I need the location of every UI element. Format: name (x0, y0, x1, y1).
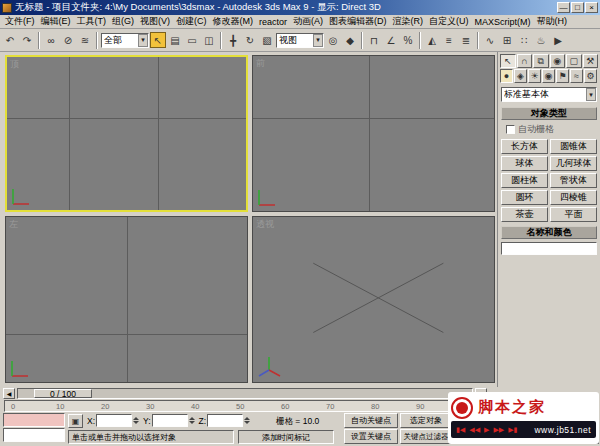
object-type-rollout-header[interactable]: 对象类型 (501, 107, 597, 120)
angle-snap-icon[interactable]: ∠ (383, 32, 399, 48)
viewport-top[interactable]: 顶 (5, 55, 248, 212)
mirror-icon[interactable]: ◭ (424, 32, 440, 48)
menu-item-1[interactable]: 编辑(E) (38, 15, 74, 28)
maximize-button[interactable]: □ (571, 2, 584, 13)
x-coordinate-field[interactable] (96, 414, 132, 427)
viewport-front-label[interactable]: 前 (256, 57, 265, 70)
menu-item-5[interactable]: 创建(C) (173, 15, 210, 28)
time-slider-handle[interactable]: 0 / 100 (34, 389, 92, 398)
viewport-top-label[interactable]: 顶 (10, 58, 19, 71)
primitive-button-2[interactable]: 球体 (501, 156, 548, 171)
primitive-button-8[interactable]: 茶壶 (501, 207, 548, 222)
prompt-line: 单击或单击并拖动以选择对象 (68, 430, 234, 444)
percent-snap-icon[interactable]: % (400, 32, 416, 48)
cameras-category[interactable]: ◉ (542, 69, 555, 83)
shapes-category[interactable]: ◈ (514, 69, 527, 83)
title-bar[interactable]: 无标题 - 项目文件夹: 4:\My Documents\3dsmax - Au… (0, 0, 600, 15)
menu-item-0[interactable]: 文件(F) (2, 15, 38, 28)
menu-item-8[interactable]: 动画(A) (290, 15, 326, 28)
render-setup-icon[interactable]: ♨ (533, 32, 549, 48)
z-coordinate-field[interactable] (207, 414, 243, 427)
menu-item-4[interactable]: 视图(V) (137, 15, 173, 28)
viewport-perspective-label[interactable]: 透视 (256, 218, 274, 231)
selection-lock-toggle[interactable]: ▣ (68, 414, 83, 428)
menu-item-7[interactable]: reactor (256, 17, 290, 27)
menu-item-10[interactable]: 渲染(R) (390, 15, 427, 28)
undo-icon[interactable]: ↶ (2, 32, 18, 48)
systems-category[interactable]: ⚙ (584, 69, 597, 83)
y-coordinate-field[interactable] (152, 414, 188, 427)
object-name-field[interactable] (501, 242, 597, 255)
reference-coordinate-dropdown[interactable]: 视图▾ (276, 33, 324, 48)
material-editor-icon[interactable]: ∷ (516, 32, 532, 48)
align-icon[interactable]: ≡ (441, 32, 457, 48)
selection-filter-dropdown[interactable]: 全部▾ (101, 33, 149, 48)
quick-render-icon[interactable]: ▶ (550, 32, 566, 48)
select-and-rotate-icon[interactable]: ↻ (242, 32, 258, 48)
unlink-selection-icon[interactable]: ⊘ (60, 32, 76, 48)
space-warps-category[interactable]: ≈ (570, 69, 583, 83)
spinner[interactable] (189, 417, 195, 424)
display-tab[interactable]: ▢ (566, 54, 582, 68)
time-slider-left-arrow[interactable]: ◀ (3, 388, 15, 399)
menu-item-6[interactable]: 修改器(M) (210, 15, 257, 28)
menu-item-12[interactable]: MAXScript(M) (472, 17, 534, 27)
subcategory-dropdown[interactable]: 标准基本体 ▾ (501, 87, 597, 102)
menu-item-13[interactable]: 帮助(H) (534, 15, 571, 28)
redo-icon[interactable]: ↷ (19, 32, 35, 48)
hierarchy-tab[interactable]: ⧉ (533, 54, 549, 68)
menu-item-2[interactable]: 工具(T) (74, 15, 110, 28)
maxscript-mini-listener[interactable] (3, 413, 65, 442)
time-slider-track[interactable]: 0 / 100 (17, 388, 473, 399)
selection-region-icon[interactable]: ▭ (184, 32, 200, 48)
menu-item-3[interactable]: 组(G) (109, 15, 137, 28)
name-color-rollout-header[interactable]: 名称和颜色 (501, 226, 597, 239)
viewport-left[interactable]: 左 (5, 216, 248, 383)
selected-mode-dropdown[interactable]: 选定对象 (400, 413, 452, 428)
window-crossing-icon[interactable]: ◫ (201, 32, 217, 48)
select-and-link-icon[interactable]: ∞ (43, 32, 59, 48)
modify-tab[interactable]: ∩ (517, 54, 533, 68)
menu-item-11[interactable]: 自定义(U) (426, 15, 472, 28)
snap-toggle-icon[interactable]: ⊓ (366, 32, 382, 48)
primitive-button-0[interactable]: 长方体 (501, 139, 548, 154)
primitive-button-7[interactable]: 四棱锥 (550, 190, 597, 205)
viewport-perspective[interactable]: 透视 (252, 216, 495, 383)
schematic-view-icon[interactable]: ⊞ (499, 32, 515, 48)
primitive-button-3[interactable]: 几何球体 (550, 156, 597, 171)
utilities-tab[interactable]: ⚒ (583, 54, 599, 68)
auto-key-button[interactable]: 自动关键点 (344, 413, 398, 428)
add-time-tag[interactable]: 添加时间标记 (238, 430, 334, 444)
viewport-left-label[interactable]: 左 (9, 218, 18, 231)
primitive-button-1[interactable]: 圆锥体 (550, 139, 597, 154)
menu-item-9[interactable]: 图表编辑器(D) (326, 15, 390, 28)
primitive-button-9[interactable]: 平面 (550, 207, 597, 222)
layer-manager-icon[interactable]: ≣ (458, 32, 474, 48)
select-and-manipulate-icon[interactable]: ◆ (342, 32, 358, 48)
select-object-icon[interactable]: ↖ (150, 32, 166, 48)
autogrid-checkbox[interactable] (506, 125, 515, 134)
lights-category[interactable]: ☀ (528, 69, 541, 83)
create-tab[interactable]: ↖ (500, 54, 516, 68)
listener-line[interactable] (3, 428, 65, 442)
spinner[interactable] (133, 417, 139, 424)
primitive-button-5[interactable]: 管状体 (550, 173, 597, 188)
track-bar[interactable]: 0102030405060708090100 (4, 400, 488, 412)
set-key-button[interactable]: 设置关键点 (344, 429, 398, 444)
primitive-button-4[interactable]: 圆柱体 (501, 173, 548, 188)
curve-editor-icon[interactable]: ∿ (482, 32, 498, 48)
primitive-button-6[interactable]: 圆环 (501, 190, 548, 205)
motion-tab[interactable]: ◉ (550, 54, 566, 68)
minimize-button[interactable]: — (557, 2, 570, 13)
geometry-category[interactable]: ● (500, 69, 513, 83)
select-and-move-icon[interactable]: ╋ (225, 32, 241, 48)
close-button[interactable]: × (585, 2, 598, 13)
macro-recorder-line[interactable] (3, 413, 65, 427)
select-by-name-icon[interactable]: ▤ (167, 32, 183, 48)
helpers-category[interactable]: ⚑ (556, 69, 569, 83)
bind-to-space-warp-icon[interactable]: ≋ (77, 32, 93, 48)
viewport-front[interactable]: 前 (252, 55, 495, 212)
use-pivot-center-icon[interactable]: ◎ (325, 32, 341, 48)
spinner[interactable] (244, 417, 250, 424)
select-and-scale-icon[interactable]: ▧ (259, 32, 275, 48)
